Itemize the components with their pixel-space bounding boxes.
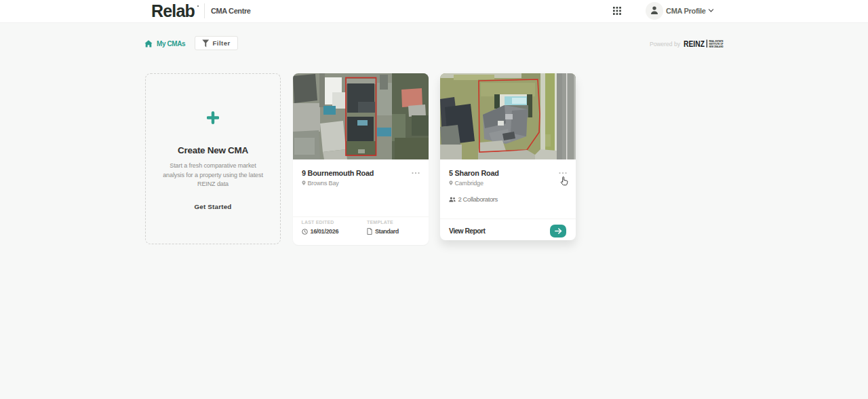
svg-text:NEW ZEALAND: NEW ZEALAND: [709, 45, 724, 48]
svg-text:REINZ: REINZ: [684, 39, 705, 48]
